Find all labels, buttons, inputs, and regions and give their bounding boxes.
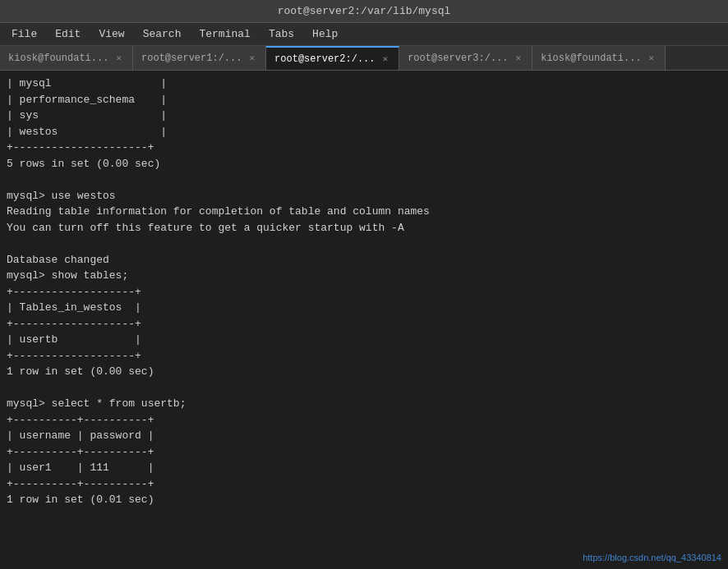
menu-edit[interactable]: Edit [47,26,89,42]
menu-bar: File Edit View Search Terminal Tabs Help [0,23,728,46]
menu-file[interactable]: File [3,26,45,42]
tab-1[interactable]: kiosk@foundati... ✕ [0,46,133,70]
tab-2-label: root@server1:/... [141,53,242,64]
tab-3-close[interactable]: ✕ [380,53,391,65]
watermark: https://blog.csdn.net/qq_43340814 [583,551,721,565]
menu-view[interactable]: View [90,26,132,42]
title-text: root@server2:/var/lib/mysql [278,5,451,17]
tab-3-label: root@server2:/... [274,53,375,65]
menu-help[interactable]: Help [304,26,346,42]
tab-5-close[interactable]: ✕ [647,52,657,64]
menu-tabs[interactable]: Tabs [260,26,302,42]
tab-4-label: root@server3:/... [408,53,508,64]
menu-search[interactable]: Search [135,26,190,42]
tab-5[interactable]: kiosk@foundati... ✕ [532,46,666,70]
terminal-area[interactable]: | mysql | | performance_schema | | sys |… [0,71,728,569]
tab-1-close[interactable]: ✕ [113,52,124,64]
tab-1-label: kiosk@foundati... [8,53,108,64]
tab-5-label: kiosk@foundati... [541,53,641,64]
terminal-output: | mysql | | performance_schema | | sys |… [7,76,721,508]
tab-4[interactable]: root@server3:/... ✕ [399,46,532,70]
tab-2-close[interactable]: ✕ [247,52,257,64]
tab-3[interactable]: root@server2:/... ✕ [266,46,399,70]
tab-2[interactable]: root@server1:/... ✕ [133,46,266,70]
title-bar: root@server2:/var/lib/mysql [0,0,728,23]
tab-bar: kiosk@foundati... ✕ root@server1:/... ✕ … [0,46,728,71]
tab-4-close[interactable]: ✕ [514,52,524,64]
menu-terminal[interactable]: Terminal [191,26,258,42]
